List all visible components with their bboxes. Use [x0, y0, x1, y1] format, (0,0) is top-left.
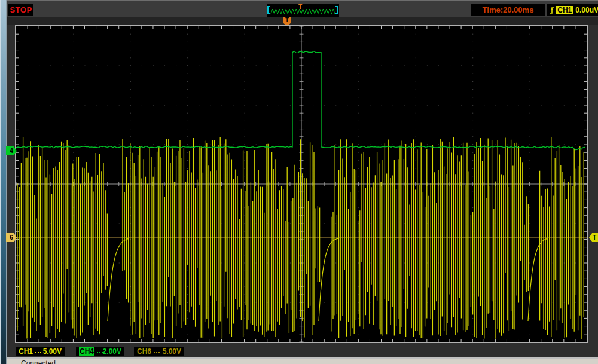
- ch6-label: CH6: [137, 347, 151, 356]
- preview-right-bracket-icon[interactable]: [335, 6, 338, 14]
- timebase-readout[interactable]: Time:20.00ms: [471, 4, 545, 16]
- ch4-dc-coupling-icon: [97, 349, 100, 354]
- ch1-scale-value: 5.00V: [43, 347, 62, 356]
- trigger-level-marker[interactable]: T: [589, 233, 598, 242]
- ch1-readout-chip[interactable]: CH1 5.00V: [16, 347, 65, 356]
- status-bar: Connected: [7, 359, 598, 364]
- trigger-readout[interactable]: CH1 0.00uV: [547, 4, 598, 16]
- preview-trigger-marker-icon[interactable]: T: [298, 4, 302, 10]
- run-stop-indicator[interactable]: STOP: [8, 4, 33, 16]
- scope-display-svg: [16, 26, 587, 342]
- ch1-dc-coupling-icon: [35, 349, 41, 354]
- scope-main-panel: STOP T Time:20.00ms CH1 0.00uV T: [6, 0, 598, 364]
- trigger-position-ruler[interactable]: T: [7, 17, 598, 25]
- ch4-readout-chip[interactable]: CH4 2.00V: [76, 347, 124, 356]
- trigger-source-badge[interactable]: CH1: [556, 6, 573, 14]
- scope-display[interactable]: [15, 25, 588, 343]
- capture-preview-widget[interactable]: T: [267, 4, 339, 17]
- ch6-scale-value: 5.00V: [163, 347, 181, 356]
- trigger-level-value: 0.00uV: [575, 6, 598, 14]
- preview-waveform: [267, 4, 339, 17]
- preview-left-bracket-icon[interactable]: [267, 6, 270, 14]
- ch6-dc-coupling-icon: [154, 349, 160, 354]
- trigger-edge-icon: [549, 5, 554, 15]
- ch1-label: CH1: [19, 347, 33, 356]
- ch4-label: CH4: [79, 347, 94, 356]
- oscilloscope-app-window: STOP T Time:20.00ms CH1 0.00uV T: [0, 0, 598, 364]
- connection-status-text: Connected: [21, 359, 598, 364]
- ch6-readout-chip[interactable]: CH6 5.00V: [134, 347, 184, 356]
- ch4-scale-value: 2.00V: [103, 347, 121, 356]
- top-toolbar: STOP T Time:20.00ms CH1 0.00uV: [7, 0, 598, 18]
